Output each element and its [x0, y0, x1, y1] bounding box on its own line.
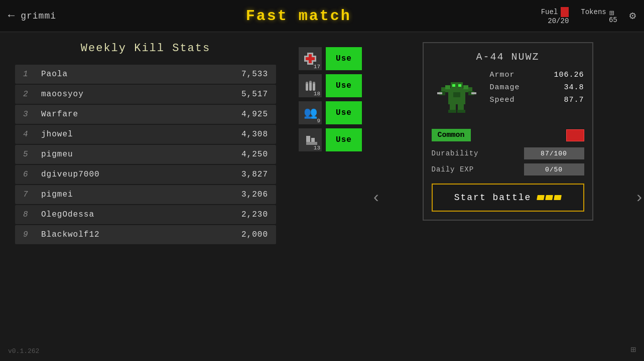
damage-label: Damage [490, 83, 520, 92]
player-name: jhowel [41, 130, 241, 139]
leaderboard-row: 2 maoosyoy 5,517 [15, 85, 276, 104]
battle-coin-icon [537, 195, 561, 200]
tokens-icon [609, 8, 617, 16]
daily-exp-label: Daily EXP [432, 165, 474, 173]
header: ← grimmi Fast match Fuel 20/20 Tokens 65… [0, 0, 644, 32]
weapon-sprite-svg [434, 73, 479, 118]
svg-rect-5 [309, 82, 312, 91]
settings-icon[interactable]: ⚙ [629, 9, 636, 23]
inventory-item: 13 Use [299, 128, 364, 151]
player-score: 4,308 [241, 130, 268, 139]
svg-rect-24 [448, 110, 456, 113]
speed-value: 87.7 [564, 96, 584, 104]
svg-rect-3 [306, 57, 315, 60]
player-score: 4,250 [241, 150, 268, 159]
player-name: maoosyoy [41, 90, 241, 99]
leaderboard-row: 6 dgiveup7000 3,827 [15, 165, 276, 184]
item-icon-container: 👥 9 [299, 101, 322, 124]
leaderboard-row: 7 pigmei 3,206 [15, 185, 276, 204]
start-battle-label: Start battle [454, 193, 532, 203]
durability-value: 87/100 [541, 150, 567, 157]
item-icon-container: 13 [299, 128, 322, 151]
grid-icon: ⊞ [630, 344, 636, 355]
rank: 4 [23, 130, 41, 139]
svg-rect-17 [458, 84, 461, 87]
use-button-2[interactable]: Use [326, 74, 362, 97]
leaderboard-title: Weekly Kill Stats [15, 42, 276, 55]
durability-bar: 87/100 [524, 147, 584, 159]
item-count-2: 18 [314, 91, 320, 97]
fuel-icon [561, 7, 569, 17]
svg-rect-9 [313, 82, 315, 84]
item-count-4: 13 [314, 145, 320, 151]
version-label: v0.1.262 [8, 347, 39, 355]
player-name: pigmei [41, 190, 241, 199]
weapon-sprite [432, 71, 482, 121]
player-name: OlegOdessa [41, 210, 241, 219]
player-score: 3,206 [241, 190, 268, 199]
armor-label: Armor [490, 71, 515, 79]
header-left: ← grimmi [8, 10, 56, 22]
leaderboard-list: 1 Paola 7,533 2 maoosyoy 5,517 3 Warfare… [15, 65, 276, 244]
item-count-1: 17 [314, 64, 320, 70]
weapon-panel: ‹ A-44 NUWZ [371, 32, 644, 361]
svg-rect-4 [306, 83, 308, 91]
svg-rect-7 [306, 82, 308, 84]
weapon-card: A-44 NUWZ [423, 42, 593, 221]
weapon-name: A-44 NUWZ [432, 51, 584, 63]
fuel-label: Fuel [541, 7, 569, 17]
armor-value: 106.26 [554, 71, 584, 79]
tokens-text: Tokens [581, 8, 606, 16]
player-score: 4,925 [241, 110, 268, 119]
leaderboard-row: 8 OlegOdessa 2,230 [15, 205, 276, 224]
flag-icon [566, 129, 584, 141]
svg-rect-16 [452, 84, 455, 87]
nav-arrow-left[interactable]: ‹ [373, 188, 379, 206]
use-button-4[interactable]: Use [326, 128, 362, 151]
coin-1 [537, 195, 545, 200]
player-name: pigmeu [41, 150, 241, 159]
nav-arrow-right[interactable]: › [636, 188, 642, 206]
damage-stat: Damage 34.8 [490, 83, 584, 92]
use-button-3[interactable]: Use [326, 101, 362, 124]
inventory-column: 17 Use 18 Use 👥 9 Use [291, 32, 371, 361]
header-right: Fuel 20/20 Tokens 65 ⚙ [541, 7, 636, 25]
rank: 6 [23, 170, 41, 179]
daily-exp-value: 0/50 [545, 166, 563, 173]
rank: 1 [23, 70, 41, 79]
page-title: Fast match [246, 8, 351, 25]
svg-rect-26 [453, 92, 460, 97]
inventory-item: 18 Use [299, 74, 364, 97]
leaderboard-panel: Weekly Kill Stats 1 Paola 7,533 2 maoosy… [0, 32, 291, 361]
rank: 3 [23, 110, 41, 119]
rank: 9 [23, 230, 41, 239]
fuel-section: Fuel 20/20 [541, 7, 569, 25]
svg-rect-29 [437, 92, 442, 94]
back-button[interactable]: ← [8, 10, 15, 22]
weapon-stats: Armor 106.26 Damage 34.8 Speed 87.7 [490, 71, 584, 121]
player-name: Blackwolf12 [41, 230, 241, 239]
daily-exp-bar: 0/50 [524, 163, 584, 175]
leaderboard-row: 9 Blackwolf12 2,000 [15, 225, 276, 244]
player-score: 5,517 [241, 90, 268, 99]
start-battle-button[interactable]: Start battle [432, 184, 584, 212]
svg-rect-27 [445, 85, 450, 89]
inventory-item: 17 Use [299, 47, 364, 70]
svg-rect-25 [457, 110, 465, 113]
rank: 8 [23, 210, 41, 219]
rank: 5 [23, 150, 41, 159]
leaderboard-row: 1 Paola 7,533 [15, 65, 276, 84]
weapon-tags: Common [432, 129, 584, 141]
svg-rect-8 [309, 81, 312, 83]
use-button-1[interactable]: Use [326, 47, 362, 70]
armor-stat: Armor 106.26 [490, 71, 584, 79]
fuel-count: 20/20 [548, 17, 569, 25]
player-name: Paola [41, 70, 241, 79]
inventory-item: 👥 9 Use [299, 101, 364, 124]
damage-value: 34.8 [564, 83, 584, 92]
player-name: dgiveup7000 [41, 170, 241, 179]
daily-exp-row: Daily EXP 0/50 [432, 163, 584, 175]
rank: 7 [23, 190, 41, 199]
people-icon: 👥 [304, 106, 317, 120]
player-score: 3,827 [241, 170, 268, 179]
